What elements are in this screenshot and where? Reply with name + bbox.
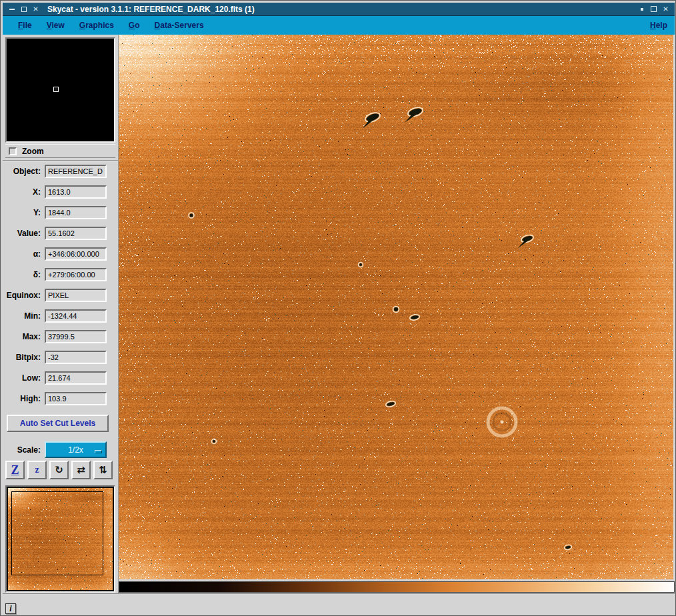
zoom-cursor-box [53,87,59,92]
info-row: α: +346:06:00.000 [3,247,107,261]
zoom-checkbox-label: Zoom [22,147,44,156]
info-row: High: 103.9 [3,392,107,405]
maximize-icon[interactable] [649,5,658,13]
info-row: Min: -1324.44 [3,309,107,323]
scale-label: Scale: [3,445,45,455]
ra-field[interactable]: +346:06:00.000 [45,247,107,261]
value-field[interactable]: 55.1602 [45,227,107,240]
zoom-toggle-row: Zoom [5,144,115,158]
low-field[interactable]: 21.674 [45,371,107,385]
flip-y-button[interactable]: ⇅ [93,461,113,479]
info-row: Equinox: PIXEL [3,289,107,302]
flip-x-button[interactable]: ⇄ [71,461,91,479]
ra-label: α: [3,249,45,259]
zoom-checkbox[interactable] [9,147,17,155]
info-row: Value: 55.1602 [3,227,107,240]
titlebar[interactable]: ✕ Skycat - version 3.1.1: REFERENCE_DARK… [3,3,675,16]
info-row: Object: REFERENCE_D [3,165,107,178]
scale-dropdown[interactable]: 1/2x [45,441,107,458]
zoom-out-button[interactable]: z [27,461,47,479]
bitpix-field[interactable]: -32 [45,351,107,364]
menu-help[interactable]: Help [643,17,675,33]
low-label: Low: [3,373,45,383]
max-field[interactable]: 37999.5 [45,330,107,343]
menubar: File View Graphics Go Data-Servers Help [3,16,675,35]
value-label: Value: [3,229,45,238]
dec-field[interactable]: +279:06:00.00 [45,268,107,281]
close-icon[interactable]: ✕ [31,5,40,13]
info-row: δ: +279:06:00.00 [3,268,107,281]
auto-set-cut-levels-button[interactable]: Auto Set Cut Levels [7,415,109,432]
info-row: Y: 1844.0 [3,206,107,219]
y-label: Y: [3,208,45,217]
titlebar-left-icons: ✕ [3,5,45,13]
pan-window[interactable] [5,485,115,593]
menu-go[interactable]: Go [121,17,147,33]
menu-graphics[interactable]: Graphics [72,17,121,33]
close-icon[interactable]: ✕ [661,5,670,13]
rotate-button[interactable]: ↻ [49,461,69,479]
dropdown-indicator-icon [95,450,102,453]
window-menu-icon[interactable] [19,5,28,13]
skycat-window: ✕ Skycat - version 3.1.1: REFERENCE_DARK… [0,0,676,616]
y-field[interactable]: 1844.0 [45,206,107,219]
titlebar-right-icons: ✕ [633,5,675,13]
zoom-preview-window [5,37,115,143]
image-display[interactable] [119,35,673,579]
scale-row: Scale: 1/2x [3,441,107,458]
bitpix-label: Bitpix: [3,353,45,362]
x-field[interactable]: 1613.0 [45,185,107,199]
info-row: X: 1613.0 [3,185,107,199]
high-field[interactable]: 103.9 [45,392,107,405]
shade-icon[interactable] [637,5,646,13]
min-label: Min: [3,311,45,321]
window-title: Skycat - version 3.1.1: REFERENCE_DARK_1… [47,5,633,14]
equinox-field[interactable]: PIXEL [45,289,107,302]
min-field[interactable]: -1324.44 [45,309,107,323]
statusbar: i [3,593,675,615]
dec-label: δ: [3,270,45,279]
zoom-in-button[interactable]: Z [5,461,25,479]
minimize-icon[interactable] [7,5,16,13]
info-row: Max: 37999.5 [3,330,107,343]
info-row: Bitpix: -32 [3,351,107,364]
object-label: Object: [3,167,45,176]
object-field[interactable]: REFERENCE_D [45,165,107,178]
colorbar[interactable] [119,581,675,593]
pan-image[interactable] [8,488,113,590]
equinox-label: Equinox: [3,291,45,300]
menu-data-servers[interactable]: Data-Servers [147,17,211,33]
max-label: Max: [3,332,45,341]
zoom-toolbar: Z z ↻ ⇄ ⇅ [5,461,116,479]
menu-file[interactable]: File [11,17,39,33]
separator [3,160,118,161]
info-button[interactable]: i [5,603,16,614]
high-label: High: [3,394,45,403]
scale-value: 1/2x [68,445,83,455]
x-label: X: [3,187,45,197]
info-row: Low: 21.674 [3,371,107,385]
menu-view[interactable]: View [39,17,72,33]
